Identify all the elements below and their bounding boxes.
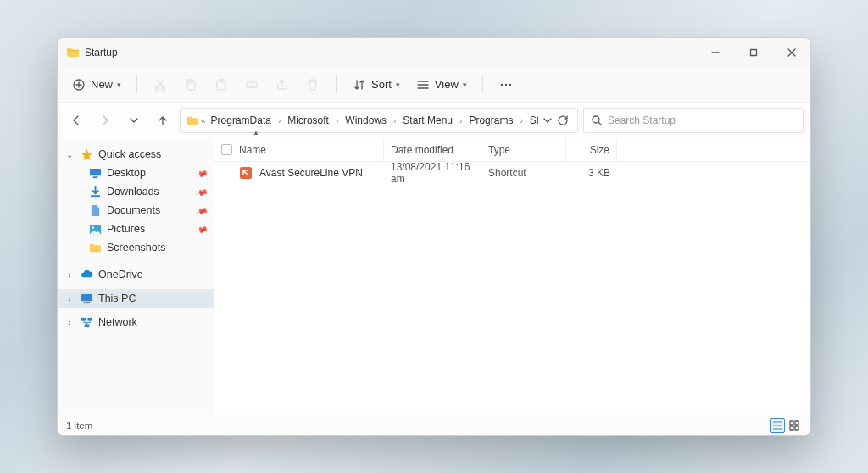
minimize-button[interactable] [696, 38, 734, 67]
thumbnails-view-button[interactable] [787, 418, 802, 433]
column-label: Date modified [391, 144, 453, 156]
svg-point-9 [505, 83, 507, 85]
column-type[interactable]: Type [481, 138, 566, 161]
sidebar-label: This PC [98, 292, 136, 304]
breadcrumb[interactable]: « ProgramData› Microsoft› Windows› Start… [180, 108, 578, 133]
folder-icon [66, 46, 80, 59]
breadcrumb-segment[interactable]: Startup [526, 113, 538, 128]
delete-icon [305, 77, 320, 92]
breadcrumb-segments: ProgramData› Microsoft› Windows› Start M… [208, 113, 538, 128]
new-button[interactable]: New ▾ [64, 73, 128, 97]
sort-icon [352, 77, 367, 92]
column-size[interactable]: Size [566, 138, 617, 161]
forward-button[interactable] [93, 109, 117, 132]
breadcrumb-segment[interactable]: Microsoft [284, 113, 332, 128]
paste-button[interactable] [207, 73, 236, 97]
search-input[interactable] [608, 114, 796, 126]
sidebar-quick-access[interactable]: ⌄ Quick access [58, 145, 214, 164]
folder-icon [186, 114, 199, 127]
sidebar-item-pictures[interactable]: Pictures 📌 [58, 220, 214, 238]
new-label: New [91, 78, 113, 91]
column-name[interactable]: Name [214, 138, 384, 161]
svg-rect-0 [750, 50, 756, 56]
share-icon [275, 77, 290, 92]
svg-rect-17 [81, 293, 92, 300]
sidebar-label: Screenshots [107, 242, 165, 253]
svg-point-2 [155, 87, 159, 91]
svg-rect-13 [92, 176, 97, 178]
copy-button[interactable] [176, 73, 205, 97]
rename-icon [244, 77, 259, 92]
sidebar-label: Quick access [98, 148, 161, 160]
svg-rect-12 [89, 168, 100, 175]
maximize-button[interactable] [734, 38, 772, 67]
svg-rect-4 [188, 82, 195, 90]
column-label: Name [239, 144, 266, 156]
svg-rect-20 [87, 317, 92, 320]
folder-icon [88, 241, 102, 254]
sidebar-item-desktop[interactable]: Desktop 📌 [58, 164, 214, 182]
file-row[interactable]: Avast SecureLine VPN 13/08/2021 11:16 am… [214, 162, 810, 184]
chevron-right-icon: › [64, 294, 75, 303]
sidebar-label: Pictures [107, 223, 145, 235]
sidebar-item-downloads[interactable]: Downloads 📌 [58, 182, 214, 201]
back-button[interactable] [64, 109, 88, 132]
sidebar-thispc[interactable]: › This PC [58, 289, 214, 308]
up-button[interactable] [151, 109, 175, 132]
recent-button[interactable] [122, 109, 146, 132]
pictures-icon [88, 222, 102, 236]
svg-rect-24 [795, 421, 798, 425]
more-button[interactable] [492, 73, 520, 97]
status-bar: 1 item [58, 415, 810, 435]
chevron-right-icon: › [64, 270, 75, 280]
view-icon [415, 77, 431, 92]
sidebar-item-screenshots[interactable]: Screenshots [58, 238, 214, 257]
search-box[interactable] [583, 108, 804, 133]
breadcrumb-segment[interactable]: ProgramData [208, 113, 275, 128]
breadcrumb-segment[interactable]: Start Menu [399, 113, 456, 128]
select-all-checkbox[interactable] [221, 144, 232, 155]
rename-button[interactable] [237, 73, 266, 97]
sidebar-label: Desktop [107, 167, 146, 179]
search-icon [591, 114, 603, 126]
sidebar-item-documents[interactable]: Documents 📌 [58, 201, 214, 220]
sort-button[interactable]: Sort ▾ [345, 73, 407, 97]
chevron-right-icon: › [64, 318, 75, 327]
sidebar-label: Documents [107, 204, 160, 216]
file-name: Avast SecureLine VPN [259, 167, 363, 179]
sidebar-label: Downloads [107, 186, 159, 198]
details-view-button[interactable] [770, 418, 785, 433]
desktop-icon [88, 166, 102, 180]
file-list: Name Date modified Type Size Avast Secur… [214, 138, 810, 415]
pc-icon [80, 292, 93, 305]
sidebar-network[interactable]: › Network [58, 313, 214, 331]
addr-dropdown-icon[interactable] [543, 116, 552, 125]
svg-rect-23 [790, 421, 793, 425]
sidebar: ⌄ Quick access Desktop 📌 Downloads 📌 Doc… [58, 138, 214, 415]
column-label: Size [590, 144, 609, 156]
share-button[interactable] [268, 73, 297, 97]
close-button[interactable] [772, 38, 810, 67]
svg-point-10 [509, 83, 511, 85]
explorer-window: Startup New ▾ [57, 37, 811, 436]
new-icon [71, 77, 86, 92]
documents-icon [88, 203, 102, 217]
view-label: View [435, 78, 459, 91]
pin-icon: 📌 [195, 203, 209, 217]
shortcut-icon [239, 166, 253, 180]
breadcrumb-segment[interactable]: Programs [465, 113, 516, 128]
sidebar-onedrive[interactable]: › OneDrive [58, 265, 214, 284]
star-icon [80, 147, 93, 161]
overflow-indicator: « [199, 116, 208, 125]
breadcrumb-segment[interactable]: Windows [342, 113, 390, 128]
svg-rect-14 [90, 195, 99, 197]
delete-button[interactable] [298, 73, 327, 97]
downloads-icon [88, 185, 102, 198]
more-icon [498, 77, 514, 92]
column-date[interactable]: Date modified [384, 138, 481, 161]
column-label: Type [488, 144, 510, 156]
sidebar-label: Network [98, 316, 137, 328]
refresh-button[interactable] [557, 114, 569, 126]
cut-button[interactable] [146, 73, 175, 97]
view-button[interactable]: View ▾ [409, 73, 474, 97]
